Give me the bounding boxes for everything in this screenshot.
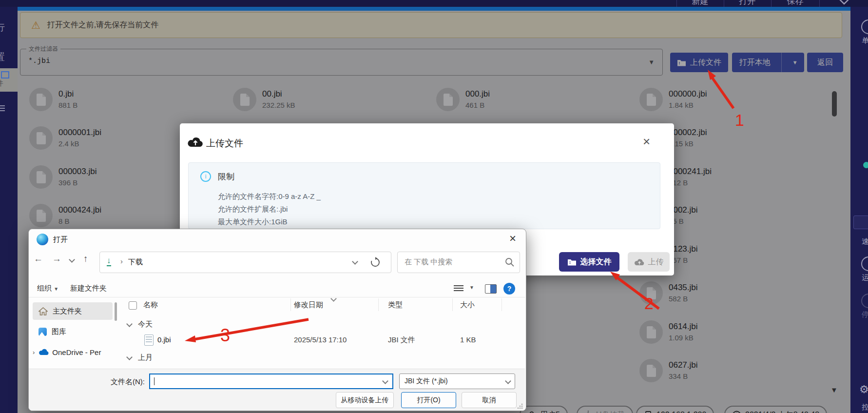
edge-browser-icon [37,234,48,245]
upload-label: 上传 [648,257,664,267]
file-page-icon [1,71,9,79]
single-step-icon[interactable] [861,20,868,34]
column-divider[interactable] [290,298,291,311]
filename-label: 文件名(N): [111,377,145,387]
sidebar-item-home[interactable]: 主文件夹 [33,302,113,320]
up-arrow-icon[interactable]: ↑ [83,254,88,264]
choose-file-button[interactable]: 选择文件 [559,252,619,272]
new-folder-button[interactable]: 新建文件夹 [70,284,107,293]
run-icon[interactable] [861,256,868,271]
sidebar-gallery-label: 图库 [52,327,66,336]
right-nav-label: 速 [862,237,868,246]
hamburger-menu-icon[interactable] [0,105,5,111]
recent-locations-chevron-icon[interactable] [69,256,75,263]
close-icon[interactable]: × [643,135,650,148]
onedrive-cloud-icon [38,349,49,355]
column-divider[interactable] [452,298,453,311]
right-nav-rail: 单 速 运 停 ⚙ 控 [850,7,868,413]
organize-button[interactable]: 组织 ▼ [37,284,58,293]
filename-input[interactable] [149,374,393,389]
filetype-chevron-icon [505,378,511,384]
menu-item-new[interactable]: 新建 [676,0,724,7]
breadcrumb-bar[interactable]: ↓ › 下载 [99,252,391,273]
group-collapse-chevron-icon[interactable] [126,354,133,360]
column-header-type[interactable]: 类型 [388,300,403,310]
cloud-upload-icon [188,136,203,148]
column-header-date[interactable]: 修改日期 [294,300,323,310]
search-placeholder: 在 下载 中搜索 [405,257,452,267]
menu-item-open[interactable]: 打开 [724,0,771,7]
collapse-chevron-icon[interactable] [834,0,854,7]
sidebar-item-gallery[interactable]: 图库 [33,323,113,340]
left-nav-rail: 行 置 件 [0,7,18,413]
column-divider[interactable] [378,298,379,311]
jbi-file-icon [144,334,154,346]
breadcrumb-downloads[interactable]: 下载 [128,257,143,267]
cancel-button[interactable]: 取消 [462,392,517,408]
right-nav-label: 控 [862,403,868,412]
address-dropdown-chevron-icon[interactable] [352,258,358,265]
preview-pane-icon[interactable] [485,284,497,294]
right-nav-label: 单 [862,36,868,45]
toolbar-divider [29,297,525,297]
left-nav-selected-item[interactable]: 件 [0,68,18,92]
view-list-icon[interactable] [454,285,463,293]
status-led [863,162,868,168]
sidebar-onedrive-label: OneDrive - Per [52,348,101,356]
breadcrumb-separator: › [120,257,123,265]
group-today-label[interactable]: 今天 [138,320,153,329]
home-icon [39,307,48,315]
group-last-month-label[interactable]: 上月 [138,353,153,362]
column-header-size[interactable]: 大小 [460,300,475,310]
mobile-upload-button[interactable]: 从移动设备上传 [336,392,394,408]
windows-open-dialog: 打开 × ← → ↑ ↓ › 下载 在 下载 中搜索 组织 ▼ 新建文件夹 ▼ … [28,229,526,411]
open-dialog-title: 打开 [53,235,68,244]
resize-grip[interactable] [517,403,523,409]
right-nav-label: 停 [862,310,868,319]
right-nav-label: 运 [862,273,868,282]
sidebar-scrollbar-thumb[interactable] [115,302,117,321]
info-icon: i [200,171,211,182]
filetype-value: JBI 文件 (*.jbi) [405,377,448,386]
close-icon[interactable]: × [509,232,516,245]
file-row-name[interactable]: 0.jbi [157,335,171,344]
refresh-icon[interactable] [370,257,381,268]
expand-chevron-icon[interactable]: › [33,349,35,356]
open-button[interactable]: 打开(O) [401,392,456,408]
forward-arrow-icon[interactable]: → [52,254,61,264]
upload-dialog-title: 上传文件 [206,137,243,150]
column-header-name[interactable]: 名称 [143,300,158,310]
menu-item-save[interactable]: 保存 [771,0,819,7]
stop-icon[interactable] [861,294,868,308]
rule-filename-chars: 允许的文件名字符:0-9 a-z A-Z _ [218,192,321,201]
search-icon [505,257,515,267]
sidebar-home-label: 主文件夹 [53,307,82,316]
open-dialog-footer: 文件名(N): JBI 文件 (*.jbi) 从移动设备上传 打开(O) 取消 [29,369,525,411]
gear-icon[interactable]: ⚙ [859,383,868,396]
file-row-type: JBI 文件 [388,335,415,345]
restrictions-title: 限制 [218,171,234,182]
filename-dropdown-chevron-icon[interactable] [382,378,388,384]
sidebar-item-onedrive[interactable]: › OneDrive - Per [29,343,123,361]
rule-max-size: 最大单文件大小:1GiB [218,217,288,227]
speed-button[interactable] [853,216,868,229]
column-divider[interactable] [502,298,502,311]
back-arrow-icon[interactable]: ← [34,254,43,264]
help-icon[interactable]: ? [503,283,515,295]
group-collapse-chevron-icon[interactable] [126,321,133,327]
file-row-size: 1 KB [460,335,476,344]
choose-file-label: 选择文件 [580,257,612,267]
search-box[interactable]: 在 下载 中搜索 [397,252,520,273]
text-caret [154,377,154,385]
select-all-checkbox[interactable] [129,301,137,310]
filetype-select[interactable]: JBI 文件 (*.jbi) [399,374,515,389]
left-nav-fragment[interactable]: 行 [0,21,5,34]
upload-button-disabled[interactable]: 上传 [628,252,670,272]
menu-divider [819,0,820,7]
left-nav-selected-label: 件 [0,79,3,88]
restrictions-panel: i 限制 允许的文件名字符:0-9 a-z A-Z _ 允许的文件扩展名:.jb… [188,162,660,229]
left-nav-fragment[interactable]: 置 [0,51,5,63]
gallery-icon [39,328,47,336]
view-dropdown-chevron-icon[interactable]: ▼ [469,285,474,290]
folder-icon [567,258,577,266]
